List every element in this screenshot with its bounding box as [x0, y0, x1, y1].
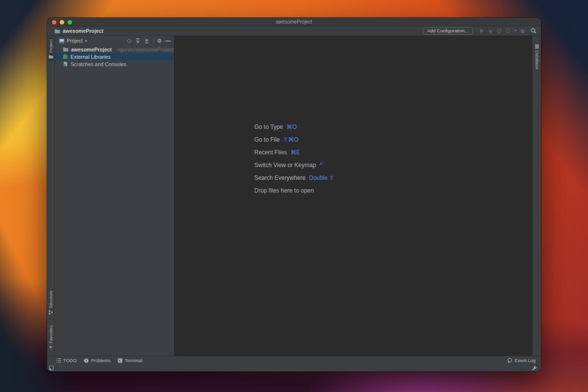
shortcut-label: Drop files here to open: [254, 187, 314, 194]
main-area: Project Structure Favorites ★: [47, 36, 541, 356]
tree-item-name: awesomeProject: [71, 47, 112, 52]
project-view-chevron-icon[interactable]: ▾: [85, 39, 87, 43]
stripe-database-label: Database: [535, 50, 539, 70]
tab-terminal-label: Terminal: [124, 358, 142, 363]
restart-icon[interactable]: [506, 28, 511, 33]
shortcut-label: Switch View or Keymap: [254, 162, 316, 169]
hide-icon[interactable]: —: [165, 38, 171, 44]
tab-problems-label: Problems: [91, 358, 110, 363]
shortcut-keys: ⌘E: [291, 149, 300, 156]
project-panel-header: Project ▾ ⚙ —: [55, 36, 174, 46]
main-toolbar: awesomeProject Add Configuration... ▾: [47, 26, 541, 36]
project-panel-title[interactable]: Project: [67, 38, 83, 44]
titlebar: awesomeProject: [47, 18, 541, 26]
tree-row-scratches[interactable]: Scratches and Consoles: [55, 60, 174, 68]
structure-icon: [49, 310, 53, 315]
locate-icon[interactable]: [126, 38, 132, 44]
drop-files-hint: Drop files here to open: [254, 184, 334, 197]
stripe-project-label: Project: [49, 39, 53, 53]
traffic-lights: [52, 20, 72, 24]
tree-item-name: Scratches and Consoles: [71, 61, 126, 67]
window-title: awesomeProject: [276, 19, 312, 24]
shortcut-recent-files: Recent Files ⌘E: [254, 146, 334, 159]
todo-list-icon: [56, 358, 61, 363]
stripe-tab-database[interactable]: Database: [535, 42, 539, 72]
star-icon: ★: [49, 345, 52, 349]
database-icon: [535, 44, 539, 49]
project-folder-icon: [49, 54, 53, 59]
run-icon[interactable]: [479, 28, 484, 33]
shortcut-keys: ⌘O: [286, 123, 296, 130]
shortcut-search-everywhere: Search Everywhere Double ⇧: [254, 172, 334, 184]
event-log-label: Event Log: [514, 358, 536, 363]
left-tool-stripe: Project Structure Favorites ★: [47, 36, 55, 356]
stripe-tab-project[interactable]: Project: [49, 37, 53, 61]
tab-todo-label: TODO: [63, 358, 76, 363]
minimize-button[interactable]: [60, 20, 64, 24]
tool-window-switcher-icon[interactable]: [49, 366, 54, 370]
tool-window-bar: TODO Problems Terminal Event Log: [47, 356, 541, 365]
tab-terminal[interactable]: Terminal: [118, 358, 142, 363]
shortcut-label: Go to File: [254, 136, 280, 143]
run-controls: ▾: [479, 28, 525, 33]
tree-item-path: ~/go/src/awesomeProject: [116, 47, 173, 52]
stripe-structure-label: Structure: [49, 291, 53, 309]
stripe-tab-structure[interactable]: Structure: [49, 288, 53, 317]
terminal-icon: [118, 358, 122, 363]
profiler-icon[interactable]: [497, 28, 502, 33]
shortcut-switch-view: Switch View or Keymap ^`: [254, 159, 334, 172]
header-separator: [153, 38, 153, 44]
shortcut-keys: Double ⇧: [309, 174, 334, 181]
event-log-button[interactable]: Event Log: [507, 358, 536, 363]
stripe-favorites-label: Favorites: [49, 325, 53, 343]
right-tool-stripe: Database: [532, 36, 541, 356]
shortcut-keys: ^`: [319, 162, 324, 169]
shortcut-keys: ⇧⌘O: [283, 136, 298, 143]
tree-row-external-libraries[interactable]: External Libraries: [55, 53, 174, 60]
stop-icon[interactable]: [520, 29, 525, 33]
scratches-icon: [63, 61, 68, 67]
expand-all-icon[interactable]: [135, 38, 141, 44]
shortcut-go-to-file: Go to File ⇧⌘O: [254, 133, 334, 146]
project-toolwindow-icon: [59, 38, 65, 44]
project-panel: Project ▾ ⚙ —: [55, 36, 174, 356]
chevron-down-icon[interactable]: ▾: [514, 29, 516, 33]
search-icon[interactable]: [531, 28, 537, 34]
breadcrumb[interactable]: awesomeProject: [54, 28, 103, 34]
project-tree: awesomeProject ~/go/src/awesomeProject E…: [55, 46, 174, 68]
library-icon: [63, 54, 68, 59]
shortcut-label: Recent Files: [254, 149, 287, 156]
add-configuration-button[interactable]: Add Configuration...: [423, 27, 473, 35]
problems-icon: [84, 358, 89, 363]
close-button[interactable]: [52, 20, 56, 24]
shortcut-go-to-type: Go to Type ⌘O: [254, 121, 334, 133]
gear-icon[interactable]: ⚙: [157, 38, 162, 44]
breadcrumb-label: awesomeProject: [63, 28, 103, 34]
folder-icon: [63, 47, 69, 52]
tab-problems[interactable]: Problems: [84, 358, 110, 363]
wrench-icon[interactable]: [532, 366, 537, 371]
shortcut-label: Go to Type: [254, 123, 283, 130]
collapse-all-icon[interactable]: [144, 38, 149, 44]
debug-icon[interactable]: [488, 28, 493, 33]
status-strip: [47, 365, 541, 371]
ide-window: awesomeProject awesomeProject Add Config…: [47, 18, 541, 371]
left-stripe-bottom: Structure Favorites ★: [49, 288, 53, 352]
event-log-balloon-icon: [507, 358, 513, 363]
empty-state-shortcuts: Go to Type ⌘O Go to File ⇧⌘O Recent File…: [254, 121, 334, 197]
panel-header-icons: ⚙ —: [126, 38, 171, 44]
tree-row-project-root[interactable]: awesomeProject ~/go/src/awesomeProject: [55, 46, 174, 53]
zoom-button[interactable]: [68, 20, 72, 24]
folder-icon: [54, 28, 60, 34]
stripe-tab-favorites[interactable]: Favorites ★: [49, 323, 53, 352]
editor-area: Go to Type ⌘O Go to File ⇧⌘O Recent File…: [174, 36, 532, 356]
shortcut-label: Search Everywhere: [254, 174, 306, 181]
tree-item-name: External Libraries: [71, 54, 111, 60]
tab-todo[interactable]: TODO: [56, 358, 76, 363]
